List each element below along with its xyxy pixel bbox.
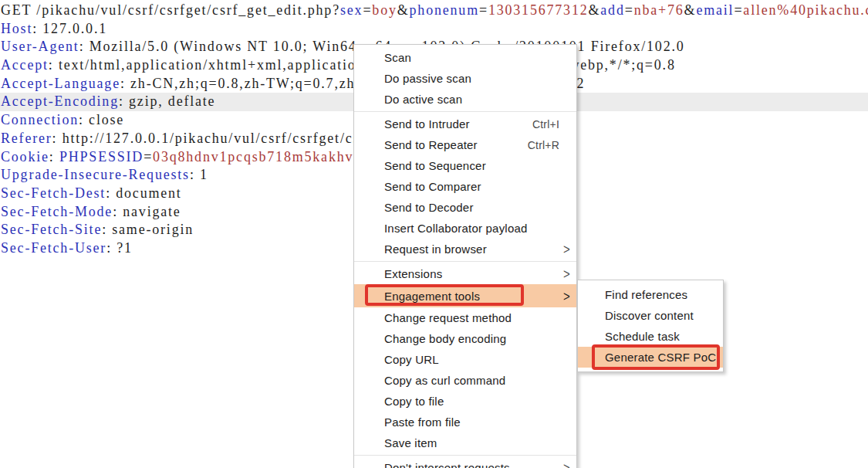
token-plain: : gzip, deflate: [119, 93, 215, 109]
chevron-right-icon: >: [563, 287, 570, 304]
token-name: Cookie: [1, 149, 49, 164]
menu-item-label: Paste from file: [384, 415, 461, 429]
token-plain: &: [684, 2, 697, 18]
menu-item-label: Save item: [384, 436, 437, 449]
menu-item-label: Discover content: [605, 309, 694, 322]
menu-item-send-to-comparer[interactable]: Send to Comparer: [354, 176, 576, 197]
menu-item-insert-collaborator-payload[interactable]: Insert Collaborator payload: [354, 218, 576, 239]
token-plain: : 1: [190, 167, 208, 182]
menu-item-send-to-sequencer[interactable]: Send to Sequencer: [354, 155, 576, 176]
token-name: PHPSESSID: [59, 149, 144, 164]
menu-item-label: Send to Intruder: [384, 117, 470, 131]
menu-item-do-passive-scan[interactable]: Do passive scan: [354, 68, 576, 89]
shortcut-label: Ctrl+R: [528, 139, 559, 151]
menu-item-label: Send to Comparer: [384, 180, 481, 193]
menu-item-label: Do passive scan: [384, 72, 471, 85]
menu-item-change-body-encoding[interactable]: Change body encoding: [354, 328, 576, 349]
token-name: phonenum: [410, 2, 479, 18]
token-name: Upgrade-Insecure-Requests: [1, 167, 190, 182]
menu-item-label: Generate CSRF PoC: [605, 351, 716, 364]
menu-item-dont-intercept-requests[interactable]: Don't intercept requests>: [354, 457, 576, 468]
menu-item-label: Change request method: [384, 311, 512, 324]
menu-item-find-references[interactable]: Find references: [578, 284, 723, 305]
menu-item-label: Engagement tools: [384, 290, 480, 303]
token-name: Accept-Language: [1, 76, 120, 91]
token-plain: &: [589, 2, 601, 18]
menu-item-label: Insert Collaborator payload: [384, 222, 528, 235]
token-plain: : ?1: [106, 240, 133, 256]
menu-item-label: Request in browser: [384, 242, 487, 256]
menu-item-engagement-tools[interactable]: Engagement tools>: [354, 284, 576, 307]
token-name: Connection: [1, 112, 79, 127]
context-menu: ScanDo passive scanDo active scanSend to…: [353, 44, 577, 468]
token-name: Host: [1, 21, 32, 36]
token-plain: : close: [79, 112, 124, 127]
token-plain: : navigate: [113, 204, 181, 219]
token-name: Sec-Fetch-Mode: [1, 204, 113, 219]
token-plain: : same-origin: [102, 222, 194, 237]
chevron-right-icon: >: [563, 266, 570, 282]
token-name: Sec-Fetch-User: [1, 240, 106, 256]
menu-item-label: Copy URL: [384, 353, 439, 366]
menu-item-label: Scan: [384, 51, 411, 64]
token-value: allen%40pikachu.com: [743, 2, 868, 18]
token-name: Referer: [1, 131, 52, 146]
menu-separator: [354, 111, 576, 112]
token-name: User-Agent: [1, 39, 79, 54]
token-plain: GET /pikachu/vul/csrf/csrfget/csrf_get_e…: [1, 2, 340, 18]
token-name: Sec-Fetch-Site: [1, 222, 102, 237]
menu-item-label: Copy to file: [384, 395, 444, 408]
token-plain: :: [49, 149, 59, 164]
menu-item-copy-as-curl-command[interactable]: Copy as curl command: [354, 370, 576, 391]
menu-item-label: Change body encoding: [384, 332, 506, 345]
chevron-right-icon: >: [563, 241, 570, 257]
token-plain: =: [625, 2, 634, 18]
menu-item-copy-to-file[interactable]: Copy to file: [354, 391, 576, 412]
menu-item-label: Schedule task: [605, 330, 680, 343]
menu-item-do-active-scan[interactable]: Do active scan: [354, 89, 576, 110]
menu-separator: [354, 261, 576, 262]
menu-item-send-to-decoder[interactable]: Send to Decoder: [354, 197, 576, 218]
menu-item-label: Don't intercept requests: [384, 461, 510, 468]
menu-item-send-to-intruder[interactable]: Send to IntruderCtrl+I: [354, 114, 576, 134]
menu-separator: [354, 455, 576, 456]
menu-item-request-in-browser[interactable]: Request in browser>: [354, 239, 576, 259]
menu-item-send-to-repeater[interactable]: Send to RepeaterCtrl+R: [354, 134, 576, 155]
chevron-right-icon: >: [563, 460, 570, 468]
token-value: boy: [372, 2, 397, 18]
token-plain: : document: [106, 185, 181, 201]
menu-item-discover-content[interactable]: Discover content: [578, 305, 723, 326]
menu-item-generate-csrf-poc[interactable]: Generate CSRF PoC: [578, 347, 723, 368]
menu-item-label: Extensions: [384, 267, 442, 280]
token-plain: =: [144, 149, 153, 164]
header-host: Host: 127.0.0.1: [0, 20, 868, 39]
menu-item-save-item[interactable]: Save item: [354, 432, 576, 453]
menu-item-label: Send to Sequencer: [384, 159, 486, 172]
menu-item-change-request-method[interactable]: Change request method: [354, 307, 576, 328]
menu-item-label: Find references: [605, 288, 687, 301]
token-name: email: [696, 2, 734, 18]
shortcut-label: Ctrl+I: [532, 118, 559, 131]
token-name: sex: [340, 2, 363, 18]
menu-item-scan[interactable]: Scan: [354, 47, 576, 68]
menu-item-schedule-task[interactable]: Schedule task: [578, 326, 723, 347]
menu-item-label: Send to Decoder: [384, 201, 474, 214]
token-name: Accept: [1, 57, 49, 73]
token-plain: : 127.0.0.1: [32, 21, 107, 36]
engagement-tools-submenu: Find referencesDiscover contentSchedule …: [577, 280, 724, 372]
token-value: 130315677312: [488, 2, 589, 18]
token-plain: &: [397, 2, 410, 18]
token-value: nba+76: [634, 2, 684, 18]
token-name: Sec-Fetch-Dest: [1, 185, 106, 201]
token-name: add: [600, 2, 624, 18]
menu-item-paste-from-file[interactable]: Paste from file: [354, 412, 576, 432]
token-value: 03q8hdnv1pcqsb718m5kakhvf5: [153, 149, 368, 164]
token-plain: =: [363, 2, 372, 18]
menu-item-label: Send to Repeater: [384, 138, 478, 151]
menu-item-label: Copy as curl command: [384, 374, 505, 387]
token-plain: =: [734, 2, 743, 18]
token-name: Accept-Encoding: [1, 93, 119, 109]
menu-item-copy-url[interactable]: Copy URL: [354, 349, 576, 370]
menu-item-extensions[interactable]: Extensions>: [354, 263, 576, 284]
request-line: GET /pikachu/vul/csrf/csrfget/csrf_get_e…: [0, 2, 868, 20]
